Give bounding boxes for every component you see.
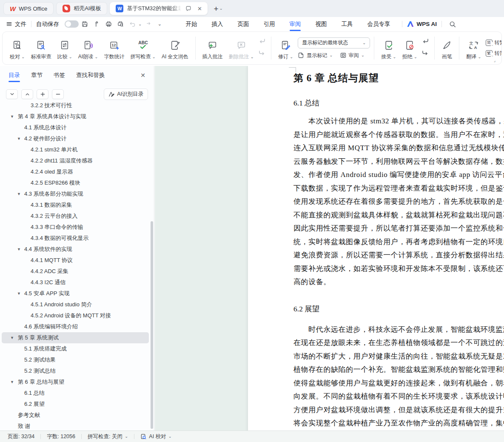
to-traditional-button[interactable]: 简 转繁 bbox=[486, 39, 502, 46]
toc-item[interactable]: ▼ 4.2.5 ESP8266 模块 bbox=[0, 177, 154, 188]
toc-item[interactable]: ▼ 4.4.3 I2C 通信 bbox=[0, 277, 154, 288]
file-menu[interactable]: 文件 bbox=[6, 20, 26, 28]
print-icon[interactable] bbox=[103, 19, 114, 29]
toc-item[interactable]: ▼ 4.5 安卓 APP 实现 bbox=[0, 288, 154, 299]
menu-item[interactable]: 会员专享 bbox=[360, 17, 397, 31]
toc-item[interactable]: ▼ 第 5 章 系统测试 bbox=[0, 332, 154, 343]
word-count-button[interactable]: 12 字数统计 bbox=[101, 36, 128, 60]
ai-proofread-button[interactable]: AI 校对 ⌄ bbox=[140, 433, 172, 440]
track-changes-button[interactable]: 修订⌄ bbox=[275, 36, 296, 60]
next-comment-icon[interactable] bbox=[258, 50, 266, 58]
proofread-button[interactable]: 校对⌄ bbox=[7, 36, 28, 60]
translate-button[interactable]: 文A 翻译⌄ bbox=[463, 36, 484, 60]
tab-rice-ai-template[interactable]: 稻壳AI模板 bbox=[56, 2, 107, 15]
search-icon[interactable] bbox=[447, 19, 458, 29]
menu-item[interactable]: 视图 bbox=[308, 17, 334, 31]
undo-icon[interactable] bbox=[127, 19, 137, 29]
toc-item[interactable]: ▼ 4.2.4 oled 显示器 bbox=[0, 166, 154, 177]
menu-item[interactable]: 插入 bbox=[204, 17, 230, 31]
collapse-all-button[interactable] bbox=[52, 89, 64, 99]
expand-triangle-icon[interactable]: ▼ bbox=[10, 336, 14, 340]
to-simplified-button[interactable]: 繁 转简 bbox=[486, 50, 502, 57]
expand-triangle-icon[interactable]: ▼ bbox=[17, 137, 21, 141]
sidebar-tab[interactable]: 查找和替换 bbox=[76, 66, 105, 85]
sidebar-tab[interactable]: 章节 bbox=[31, 66, 43, 85]
toc-item[interactable]: ▼ 4.3.2 云平台的接入 bbox=[0, 211, 154, 222]
compare-button[interactable]: 比较⌄ bbox=[54, 36, 75, 60]
sidebar-scrollbar[interactable] bbox=[151, 221, 153, 429]
spell-check-button[interactable]: ABC 拼写检查⌄ bbox=[128, 36, 159, 60]
sidebar-tab[interactable]: 书签 bbox=[54, 66, 65, 85]
markup-state-select[interactable]: 显示标记的最终状态 ⌄ bbox=[298, 37, 370, 48]
toc-item[interactable]: ▼ 4.3.3 串口命令的传输 bbox=[0, 222, 154, 233]
close-tab-icon[interactable]: ✕ bbox=[196, 5, 203, 12]
accept-change-button[interactable]: 接受⌄ bbox=[378, 36, 399, 60]
toc-item[interactable]: ▼ 6.2 展望 bbox=[0, 399, 154, 410]
toc-item[interactable]: ▼ 4.5.1 Android studio 简介 bbox=[0, 299, 154, 310]
word-count-indicator[interactable]: 字数: 12056 bbox=[47, 433, 75, 440]
expand-triangle-icon[interactable]: ▼ bbox=[17, 192, 21, 196]
toc-item[interactable]: ▼ 4.1 系统总体设计 bbox=[0, 122, 154, 133]
page-indicator[interactable]: 页面: 32/34 bbox=[8, 433, 34, 440]
toc-item[interactable]: ▼ 4.2.1 stm32 单片机 bbox=[0, 144, 154, 155]
ai-polish-button[interactable]: AI 全文润色 bbox=[159, 36, 191, 60]
insert-comment-button[interactable]: 插入批注 bbox=[199, 36, 226, 60]
standard-review-button[interactable]: 标准审查 bbox=[28, 36, 54, 60]
toc-item[interactable]: ▼ 4.3.1 数据的采集 bbox=[0, 200, 154, 211]
expand-triangle-icon[interactable]: ▼ bbox=[17, 247, 21, 251]
toc-item[interactable]: ▼ 4.4 系统软件的实现 bbox=[0, 244, 154, 255]
ink-brush-button[interactable]: 画笔 bbox=[439, 36, 455, 60]
toolbar-more-chevron-icon[interactable]: ⌄ bbox=[154, 19, 165, 29]
menu-item[interactable]: 工具 bbox=[334, 17, 360, 31]
document-page[interactable]: 第 6 章 总结与展望 6.1 总结 本次设计使用的是 stm32 单片机，其可… bbox=[248, 66, 504, 431]
next-heading-button[interactable] bbox=[6, 89, 18, 99]
previous-change-icon[interactable] bbox=[421, 38, 429, 46]
ai-read-aloud-button[interactable]: AI朗读⌄ bbox=[75, 36, 101, 60]
tab-document[interactable]: W 基于STM32的智能盆栽管家 ✕ bbox=[110, 2, 208, 15]
expand-triangle-icon[interactable]: ▼ bbox=[17, 291, 21, 296]
toc-item[interactable]: ▼ 4.6 系统编辑环境介绍 bbox=[0, 321, 154, 332]
expand-triangle-icon[interactable]: ▼ bbox=[10, 380, 14, 384]
ai-recognize-toc-button[interactable]: AI识别目录 bbox=[104, 88, 148, 100]
toc-item[interactable]: ▼ 4.3.4 数据的可视化显示 bbox=[0, 233, 154, 244]
toc-item[interactable]: ▼ 5.1 系统搭建完成 bbox=[0, 343, 154, 354]
comment-bubble-icon[interactable] bbox=[185, 5, 192, 12]
save-icon[interactable] bbox=[80, 19, 90, 29]
toc-item[interactable]: ▼ 第 6 章 总结与展望 bbox=[0, 376, 154, 388]
wps-ai-button[interactable]: WPS AI bbox=[407, 21, 437, 27]
menu-item[interactable]: 审阅 bbox=[282, 17, 308, 31]
toc-item[interactable]: ▼ 4.2 硬件部分设计 bbox=[0, 133, 154, 144]
toc-item[interactable]: ▼ 4.2.2 dht11 温湿度传感器 bbox=[0, 155, 154, 166]
menu-item[interactable]: 开始 bbox=[178, 17, 204, 31]
menu-item[interactable]: 引用 bbox=[256, 17, 282, 31]
expand-all-button[interactable] bbox=[37, 89, 48, 99]
toc-item[interactable]: ▼ 3.2.2 技术可行性 bbox=[0, 100, 154, 111]
toc-item[interactable]: ▼ 4.3 系统各部分功能实现 bbox=[0, 188, 154, 200]
previous-heading-button[interactable] bbox=[21, 89, 33, 99]
tab-wps-office[interactable]: W WPS Office bbox=[3, 2, 54, 15]
expand-triangle-icon[interactable]: ▼ bbox=[10, 114, 14, 119]
close-sidebar-icon[interactable]: ✕ bbox=[140, 72, 145, 79]
new-tab-button[interactable]: + ⌄ bbox=[214, 5, 223, 13]
toc-item[interactable]: ▼ 第 4 章 系统具体设计与实现 bbox=[0, 111, 154, 122]
toc-item[interactable]: ▼ 4.4.2 ADC 采集 bbox=[0, 266, 154, 277]
undo-options-chevron-icon[interactable]: ⌄ bbox=[138, 22, 142, 26]
toc-item[interactable]: ▼ 6.1 总结 bbox=[0, 388, 154, 399]
reject-change-button[interactable]: 拒绝⌄ bbox=[399, 36, 420, 60]
sidebar-tab[interactable]: 目录 bbox=[9, 66, 20, 85]
chevron-down-icon[interactable]: ⌄ bbox=[219, 6, 223, 11]
export-pdf-icon[interactable] bbox=[91, 19, 102, 29]
group-expand-icon[interactable]: ⌟ bbox=[494, 58, 495, 63]
redo-icon[interactable] bbox=[142, 19, 153, 29]
toc-item[interactable]: ▼ 参考文献 bbox=[0, 410, 154, 421]
delete-comment-button[interactable]: 删除批注⌄ bbox=[226, 36, 257, 60]
print-preview-icon[interactable] bbox=[115, 19, 125, 29]
next-change-icon[interactable] bbox=[421, 50, 429, 58]
reviewers-button[interactable]: 审阅 ⌄ bbox=[340, 52, 364, 59]
previous-comment-icon[interactable] bbox=[258, 38, 266, 46]
toc-item[interactable]: ▼ 致 谢 bbox=[0, 421, 154, 431]
toc-item[interactable]: ▼ 5.2 测试总结 bbox=[0, 365, 154, 376]
spell-check-status[interactable]: 拼写检查: 关闭 ⌄ bbox=[88, 433, 128, 440]
toc-item[interactable]: ▼ 4.5.2 Android 设备的 MQTT 对接 bbox=[0, 310, 154, 321]
show-markup-button[interactable]: 显示标记 ⌄ bbox=[298, 52, 333, 59]
